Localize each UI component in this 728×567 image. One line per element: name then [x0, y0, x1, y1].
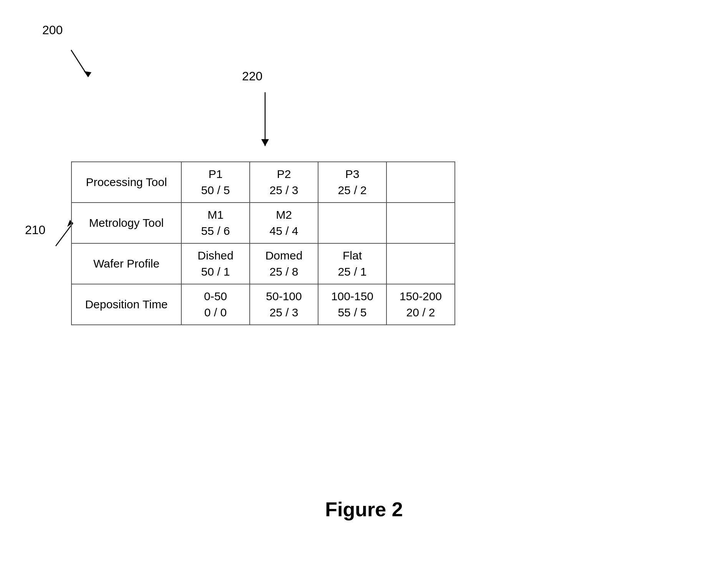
cell-r1-c1: M245 / 4 — [250, 203, 318, 243]
table-wrapper: Processing ToolP150 / 5P225 / 3P325 / 2M… — [71, 161, 455, 325]
figure-caption: Figure 2 — [0, 498, 728, 521]
cell-r3-c0: 0-500 / 0 — [181, 284, 250, 325]
row-label-1: Metrology Tool — [71, 203, 181, 243]
svg-line-0 — [71, 50, 88, 77]
cell-r3-c1: 50-10025 / 3 — [250, 284, 318, 325]
diagram-container: 200 220 210 Processing ToolP150 / 5P225 … — [0, 0, 728, 567]
cell-r1-c2 — [318, 203, 386, 243]
cell-r2-c0: Dished50 / 1 — [181, 243, 250, 284]
ref-label-210: 210 — [25, 223, 45, 237]
cell-r3-c3: 150-20020 / 2 — [386, 284, 455, 325]
cell-r2-c2: Flat25 / 1 — [318, 243, 386, 284]
cell-r0-c1: P225 / 3 — [250, 162, 318, 203]
cell-r3-c2: 100-15055 / 5 — [318, 284, 386, 325]
svg-marker-1 — [84, 71, 91, 77]
table-row: Processing ToolP150 / 5P225 / 3P325 / 2 — [71, 162, 455, 203]
row-label-3: Deposition Time — [71, 284, 181, 325]
cell-r0-c3 — [386, 162, 455, 203]
table-row: Deposition Time0-500 / 050-10025 / 3100-… — [71, 284, 455, 325]
table-row: Metrology ToolM155 / 6M245 / 4 — [71, 203, 455, 243]
svg-line-4 — [56, 223, 73, 246]
row-label-0: Processing Tool — [71, 162, 181, 203]
cell-r0-c0: P150 / 5 — [181, 162, 250, 203]
svg-marker-3 — [261, 139, 269, 146]
ref-label-200: 200 — [42, 23, 63, 37]
cell-r2-c1: Domed25 / 8 — [250, 243, 318, 284]
cell-r1-c0: M155 / 6 — [181, 203, 250, 243]
table-row: Wafer ProfileDished50 / 1Domed25 / 8Flat… — [71, 243, 455, 284]
cell-r1-c3 — [386, 203, 455, 243]
cell-r0-c2: P325 / 2 — [318, 162, 386, 203]
cell-r2-c3 — [386, 243, 455, 284]
row-label-2: Wafer Profile — [71, 243, 181, 284]
data-table: Processing ToolP150 / 5P225 / 3P325 / 2M… — [71, 161, 455, 325]
ref-label-220: 220 — [242, 69, 262, 83]
